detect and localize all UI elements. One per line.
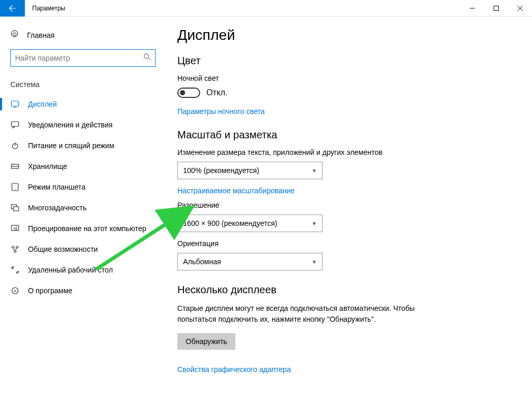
chevron-down-icon: ▼ xyxy=(312,221,317,226)
maximize-icon xyxy=(494,6,499,11)
info-icon xyxy=(10,287,20,295)
night-light-label: Ночной свет xyxy=(177,74,516,82)
resolution-select[interactable]: 1600 × 900 (рекомендуется) ▼ xyxy=(177,214,323,232)
sidebar-item-shared[interactable]: Общие возможности xyxy=(0,239,166,260)
main-content: Дисплей Цвет Ночной свет Откл. Параметры… xyxy=(166,17,532,415)
sidebar-item-remote[interactable]: Удаленный рабочий стол xyxy=(0,260,166,280)
search-input-wrapper[interactable] xyxy=(10,49,156,67)
svg-rect-9 xyxy=(13,207,19,211)
sidebar-item-label: Многозадачность xyxy=(28,204,87,212)
storage-icon xyxy=(10,162,20,170)
sidebar-item-storage[interactable]: Хранилище xyxy=(0,156,166,177)
sidebar-item-about[interactable]: О программе xyxy=(0,280,166,301)
night-light-settings-link[interactable]: Параметры ночного света xyxy=(177,107,516,116)
sidebar-item-label: Уведомления и действия xyxy=(28,121,113,129)
sidebar-item-projecting[interactable]: Проецирование на этот компьютер xyxy=(0,218,166,239)
close-icon xyxy=(517,6,523,11)
resolution-select-value: 1600 × 900 (рекомендуется) xyxy=(183,219,277,227)
sidebar-item-label: Удаленный рабочий стол xyxy=(28,266,113,274)
titlebar: Параметры xyxy=(0,0,532,17)
chevron-down-icon: ▼ xyxy=(312,168,317,174)
sidebar-item-label: Режим планшета xyxy=(28,183,86,191)
svg-point-1 xyxy=(144,54,149,59)
monitor-icon xyxy=(10,100,20,108)
sidebar-item-label: Проецирование на этот компьютер xyxy=(28,224,146,233)
custom-scaling-link[interactable]: Настраиваемое масштабирование xyxy=(177,187,516,195)
sidebar-item-label: Питание и спящий режим xyxy=(28,141,114,150)
section-heading-scale: Масштаб и разметка xyxy=(177,129,516,141)
tablet-icon xyxy=(10,183,20,191)
remote-icon xyxy=(10,266,20,274)
sidebar: Главная Система Дисплей Уведомления и де… xyxy=(0,17,166,415)
sidebar-item-label: Общие возможности xyxy=(28,245,98,253)
minimize-button[interactable] xyxy=(460,0,484,17)
chat-icon xyxy=(10,121,20,129)
section-heading-multi: Несколько дисплеев xyxy=(177,284,516,296)
scale-select-value: 100% (рекомендуется) xyxy=(183,166,259,175)
adapter-properties-link[interactable]: Свойства графического адаптера xyxy=(177,365,516,374)
sidebar-item-notifications[interactable]: Уведомления и действия xyxy=(0,115,166,135)
resolution-label: Разрешение xyxy=(177,201,516,209)
page-title: Дисплей xyxy=(177,27,516,44)
sidebar-home-label: Главная xyxy=(27,31,54,39)
close-button[interactable] xyxy=(508,0,532,17)
sidebar-item-multitask[interactable]: Многозадачность xyxy=(0,197,166,218)
sidebar-home[interactable]: Главная xyxy=(0,25,166,45)
orientation-select-value: Альбомная xyxy=(183,257,221,266)
search-icon xyxy=(144,53,151,63)
multitask-icon xyxy=(10,204,20,212)
sidebar-item-label: Хранилище xyxy=(28,162,67,170)
sidebar-item-label: О программе xyxy=(28,287,73,295)
scale-select[interactable]: 100% (рекомендуется) ▼ xyxy=(177,162,323,179)
gear-icon xyxy=(10,30,19,40)
window-controls xyxy=(460,0,532,17)
orientation-label: Ориентация xyxy=(177,239,516,248)
orientation-select[interactable]: Альбомная ▼ xyxy=(177,253,323,270)
window-title: Параметры xyxy=(32,5,65,12)
sidebar-item-label: Дисплей xyxy=(28,100,57,108)
search-input[interactable] xyxy=(15,54,144,62)
maximize-button[interactable] xyxy=(484,0,508,17)
sidebar-item-display[interactable]: Дисплей xyxy=(0,94,166,115)
sidebar-section-label: Система xyxy=(0,75,166,94)
detect-button[interactable]: Обнаружить xyxy=(177,333,235,350)
arrow-left-icon xyxy=(8,4,17,12)
svg-rect-0 xyxy=(494,6,499,10)
multi-display-body: Старые дисплеи могут не всегда подключат… xyxy=(177,303,437,325)
share-icon xyxy=(10,245,20,253)
power-icon xyxy=(10,141,20,150)
sidebar-item-power[interactable]: Питание и спящий режим xyxy=(0,135,166,156)
svg-point-13 xyxy=(14,250,16,252)
svg-rect-2 xyxy=(11,101,19,106)
back-button[interactable] xyxy=(0,0,25,17)
chevron-down-icon: ▼ xyxy=(312,259,317,265)
svg-rect-3 xyxy=(11,122,19,126)
section-heading-color: Цвет xyxy=(177,55,516,67)
toggle-state-label: Откл. xyxy=(206,88,228,97)
night-light-toggle[interactable] xyxy=(177,88,200,98)
project-icon xyxy=(10,224,20,233)
minimize-icon xyxy=(470,6,475,11)
sidebar-item-tablet[interactable]: Режим планшета xyxy=(0,177,166,197)
scale-label: Изменение размера текста, приложений и д… xyxy=(177,148,516,156)
svg-point-7 xyxy=(15,189,16,190)
